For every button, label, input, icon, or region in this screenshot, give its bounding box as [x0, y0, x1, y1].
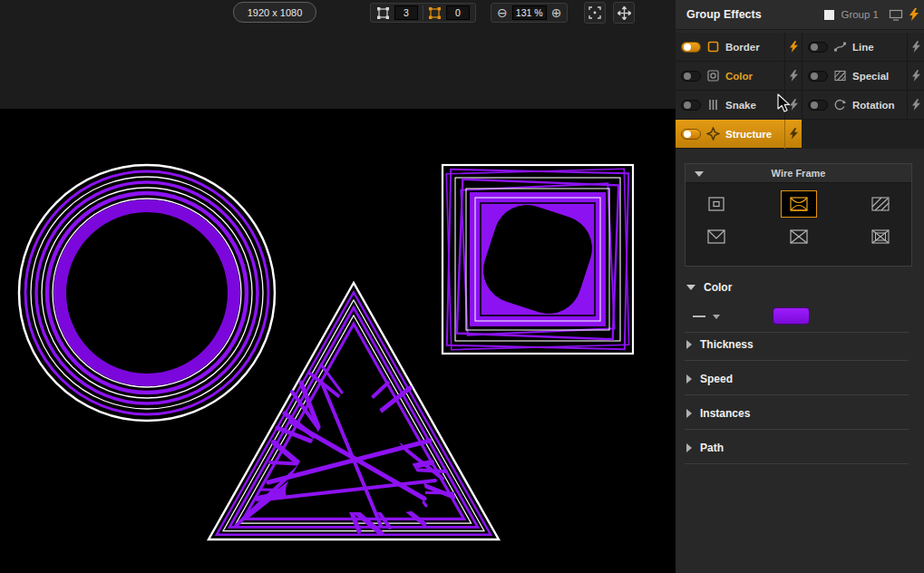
lightning-icon: [790, 128, 798, 140]
rotation-toggle[interactable]: [808, 100, 828, 111]
rotation-effect-icon: [833, 98, 847, 112]
snake-flash-button[interactable]: [784, 91, 802, 120]
fit-view-button[interactable]: [584, 2, 606, 24]
monitor-icon[interactable]: [889, 9, 903, 21]
lightning-icon: [790, 70, 798, 82]
frame-counters: 3 0: [370, 3, 476, 23]
effect-row-snake[interactable]: Snake: [676, 91, 802, 120]
lightning-icon: [912, 70, 920, 82]
speed-title: Speed: [700, 373, 733, 385]
effects-grid: Border Color: [676, 33, 924, 149]
wireframe-circle-shape[interactable]: [19, 165, 275, 421]
wireframe-title: Wire Frame: [772, 168, 826, 179]
border-toggle[interactable]: [681, 42, 701, 53]
lightning-icon[interactable]: [909, 8, 919, 21]
rotation-flash-button[interactable]: [907, 91, 924, 120]
effect-label: Snake: [725, 100, 756, 111]
lightning-icon: [790, 99, 798, 111]
thickness-title: Thickness: [700, 338, 754, 351]
selected-frame-icon[interactable]: [428, 6, 442, 20]
pan-view-button[interactable]: [613, 2, 635, 24]
color-swatch[interactable]: [773, 307, 810, 325]
divider: [685, 463, 909, 464]
effect-row-special[interactable]: Special: [802, 62, 924, 91]
color-section-title: Color: [704, 281, 732, 294]
structure-flash-button[interactable]: [784, 120, 802, 149]
color-section-header[interactable]: Color: [676, 280, 732, 295]
color-toggle[interactable]: [681, 71, 701, 82]
zoom-in-button[interactable]: ⊕: [551, 6, 562, 19]
effect-row-rotation[interactable]: Rotation: [802, 91, 924, 120]
group-color-chip[interactable]: [824, 10, 834, 20]
wire-square-icon: [789, 196, 809, 212]
wireframe-option-2-selected[interactable]: [781, 190, 817, 218]
chevron-down-icon: [686, 285, 695, 290]
divider: [685, 332, 909, 333]
divider: [685, 394, 909, 395]
resolution-label: 1920 x 1080: [248, 7, 303, 18]
crossed-square-icon: [789, 228, 809, 245]
wireframe-square-shape[interactable]: [443, 165, 633, 354]
zoom-controls: ⊖ 131 % ⊕: [491, 3, 568, 23]
effect-label: Rotation: [852, 100, 895, 111]
panel-header: Group Effects Group 1: [676, 0, 924, 30]
frame-count-value[interactable]: 3: [394, 5, 418, 20]
effect-label: Border: [725, 42, 760, 53]
effect-row-line[interactable]: Line: [802, 33, 924, 62]
effect-label: Structure: [725, 129, 772, 140]
square-inset-icon: [706, 196, 726, 212]
special-flash-button[interactable]: [907, 62, 924, 91]
panel-title: Group Effects: [686, 8, 762, 21]
instances-title: Instances: [700, 407, 750, 420]
effect-label: Color: [725, 71, 753, 82]
line-flash-button[interactable]: [907, 33, 924, 62]
effect-row-structure[interactable]: Structure: [676, 120, 802, 149]
border-flash-button[interactable]: [784, 33, 802, 62]
fit-view-icon: [588, 6, 601, 19]
effect-row-color[interactable]: Color: [676, 62, 802, 91]
group-name-label: Group 1: [841, 9, 879, 20]
artboard[interactable]: [0, 109, 676, 573]
wireframe-option-1[interactable]: [698, 190, 734, 218]
effect-row-border[interactable]: Border: [676, 33, 802, 62]
resolution-badge[interactable]: 1920 x 1080: [233, 2, 316, 23]
color-flash-button[interactable]: [784, 62, 802, 91]
lightning-icon: [912, 99, 920, 111]
canvas-area[interactable]: 1920 x 1080 3 0 ⊖ 131 %: [0, 0, 676, 573]
border-effect-icon: [706, 40, 720, 53]
laser-shapes: [0, 109, 676, 573]
wireframe-option-3[interactable]: [862, 190, 899, 218]
zoom-out-button[interactable]: ⊖: [497, 6, 508, 19]
divider: [423, 5, 423, 20]
boxed-cross-icon: [871, 228, 890, 245]
zoom-value-field[interactable]: 131 %: [512, 5, 547, 20]
lightning-icon: [790, 41, 798, 53]
divider: [685, 360, 909, 361]
special-toggle[interactable]: [808, 71, 828, 82]
special-effect-icon: [833, 69, 847, 83]
instances-section-header[interactable]: Instances: [676, 406, 750, 421]
wireframe-option-4[interactable]: [698, 223, 734, 250]
path-title: Path: [700, 442, 724, 454]
effect-label: Special: [852, 71, 889, 82]
hatched-square-icon: [871, 196, 890, 212]
line-style-dropdown[interactable]: [692, 310, 720, 323]
line-style-icon: [692, 310, 710, 323]
path-section-header[interactable]: Path: [676, 441, 724, 455]
speed-section-header[interactable]: Speed: [676, 372, 733, 386]
thickness-section-header[interactable]: Thickness: [676, 337, 754, 352]
chevron-right-icon: [686, 443, 692, 452]
structure-toggle[interactable]: [681, 129, 701, 140]
selected-count-value[interactable]: 0: [446, 5, 470, 20]
chevron-down-icon: [713, 315, 720, 319]
color-effect-icon: [706, 69, 720, 83]
effects-column-right: Line Special: [802, 33, 924, 120]
effect-label: Line: [852, 42, 874, 53]
selection-frame-icon[interactable]: [376, 6, 390, 20]
line-toggle[interactable]: [808, 42, 828, 53]
wireframe-option-5[interactable]: [781, 223, 817, 250]
wireframe-option-6[interactable]: [862, 223, 899, 250]
wireframe-header[interactable]: Wire Frame: [686, 164, 911, 183]
pan-view-icon: [618, 6, 631, 20]
snake-toggle[interactable]: [681, 100, 701, 111]
